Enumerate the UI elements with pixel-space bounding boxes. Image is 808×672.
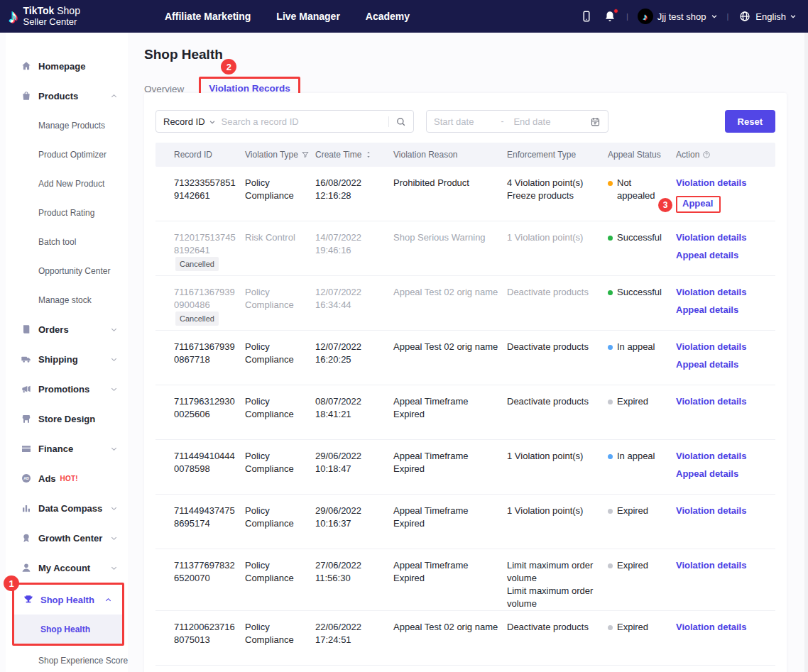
sidebar-item-promotions[interactable]: Promotions xyxy=(6,374,128,404)
filter-funnel-icon[interactable] xyxy=(301,150,310,159)
sidebar-subitem-manage-stock[interactable]: Manage stock xyxy=(6,285,128,314)
table-row: 7113776978326520070Policy Compliance27/0… xyxy=(155,549,775,611)
violation-reason: Prohibited Product xyxy=(393,177,507,189)
action-link-appeal[interactable]: Appeal xyxy=(682,197,713,210)
nav-live-manager[interactable]: Live Manager xyxy=(276,11,339,22)
table-row: 7116713679390867718Policy Compliance12/0… xyxy=(155,331,775,385)
action-link-violation-details[interactable]: Violation details xyxy=(676,341,767,353)
violation-reason: Appeal Timeframe Expired xyxy=(393,505,507,530)
divider xyxy=(388,116,389,127)
sidebar-subitem-opportunity-center[interactable]: Opportunity Center xyxy=(6,256,128,285)
scrollbar[interactable] xyxy=(804,33,808,672)
violation-reason: Appeal Test 02 orig name xyxy=(393,621,507,634)
sidebar-item-finance[interactable]: Finance xyxy=(6,434,128,463)
action-link-violation-details[interactable]: Violation details xyxy=(676,559,767,572)
sidebar-item-orders[interactable]: Orders xyxy=(6,314,128,344)
svg-text:AD: AD xyxy=(23,476,29,480)
create-time: 12/07/202216:34:44 xyxy=(315,286,393,312)
sidebar-item-store-design[interactable]: Store Design xyxy=(6,404,128,434)
growth-icon xyxy=(20,532,32,544)
enforcement-type: Deactivate products xyxy=(507,621,608,634)
sidebar-subitem-product-optimizer[interactable]: Product Optimizer xyxy=(6,140,128,169)
sidebar-item-products[interactable]: Products xyxy=(6,81,128,111)
sidebar-subitem-batch-tool[interactable]: Batch tool xyxy=(6,227,128,256)
reset-button[interactable]: Reset xyxy=(725,110,775,133)
action-cell: Violation detailsAppeal details xyxy=(676,341,775,376)
sidebar-subitem-manage-products[interactable]: Manage Products xyxy=(6,111,128,140)
create-time: 29/06/202210:18:47 xyxy=(315,450,393,475)
language-selector[interactable]: English xyxy=(738,9,797,23)
action-cell: Violation detailsAppeal details xyxy=(676,231,775,267)
action-link-appeal-details[interactable]: Appeal details xyxy=(676,249,767,262)
sidebar-item-ads[interactable]: ADAdsHOT! xyxy=(6,463,128,493)
chevron-down-icon xyxy=(110,326,118,334)
sidebar-item-growth-center[interactable]: Growth Center xyxy=(6,523,128,553)
appeal-status: Expired xyxy=(608,505,676,517)
shop-selector[interactable]: ♪ Jjj test shop xyxy=(638,9,718,24)
language-label: English xyxy=(755,11,786,22)
sidebar-item-data-compass[interactable]: Data Compass xyxy=(6,493,128,523)
action-link-violation-details[interactable]: Violation details xyxy=(676,177,767,189)
search-icon[interactable] xyxy=(395,116,406,127)
sidebar-item-my-account[interactable]: My Account xyxy=(6,553,128,583)
violation-table: Record ID Violation Type Create Time Vio… xyxy=(155,143,775,666)
chevron-down-icon xyxy=(790,11,797,22)
status-dot xyxy=(608,563,613,568)
sidebar-subitem-shop-experience-score[interactable]: Shop Experience Score xyxy=(6,646,128,672)
notification-dot xyxy=(613,9,618,13)
sidebar-subitem-shop-health[interactable]: Shop Health xyxy=(14,615,122,644)
chevron-up-icon xyxy=(110,92,118,100)
enforcement-type: 1 Violation point(s) xyxy=(507,231,608,244)
tiktok-shop-logo[interactable]: ♪ TikTok Shop Seller Center xyxy=(9,6,143,27)
sort-icon[interactable] xyxy=(364,150,373,159)
table-row: 7132335578519142661Policy Compliance16/0… xyxy=(155,167,775,221)
page-title: Shop Health xyxy=(128,33,808,62)
violation-type: Policy Compliance xyxy=(245,286,315,312)
status-dot xyxy=(608,236,613,241)
sidebar-item-shop-health[interactable]: Shop Health xyxy=(14,585,122,615)
action-link-violation-details[interactable]: Violation details xyxy=(676,505,767,517)
action-cell: Violation details xyxy=(676,505,775,522)
table-row: 7116713679390900486 CancelledPolicy Comp… xyxy=(155,276,775,331)
action-link-violation-details[interactable]: Violation details xyxy=(676,395,767,408)
nav-affiliate-marketing[interactable]: Affiliate Marketing xyxy=(165,11,251,22)
annotation-box-appeal: 3Appeal xyxy=(676,196,721,213)
action-link-violation-details[interactable]: Violation details xyxy=(676,286,767,299)
action-link-appeal-details[interactable]: Appeal details xyxy=(676,304,767,316)
action-link-appeal-details[interactable]: Appeal details xyxy=(676,358,767,371)
search-field-selector[interactable]: Record ID xyxy=(163,116,205,127)
notification-bell-icon[interactable] xyxy=(603,9,617,23)
appeal-status: In appeal xyxy=(608,450,676,463)
end-date-placeholder: End date xyxy=(513,116,550,127)
separator: | xyxy=(626,12,628,21)
col-enforcement-type: Enforcement Type xyxy=(507,150,608,160)
col-violation-type: Violation Type xyxy=(245,150,315,160)
start-date-placeholder: Start date xyxy=(434,116,474,127)
main-content: Shop Health Overview 2 Violation Records… xyxy=(128,33,808,672)
topbar-nav: Affiliate Marketing Live Manager Academy xyxy=(165,11,410,22)
chevron-down-icon xyxy=(110,505,118,512)
nav-academy[interactable]: Academy xyxy=(366,11,410,22)
help-icon[interactable] xyxy=(702,150,711,159)
enforcement-type: 4 Violation point(s)Freeze products xyxy=(507,177,608,202)
mobile-app-icon[interactable] xyxy=(579,9,594,23)
action-link-violation-details[interactable]: Violation details xyxy=(676,231,767,244)
col-create-time: Create Time xyxy=(315,150,393,160)
logo-text: TikTok Shop Seller Center xyxy=(23,6,80,27)
record-id: 7114494374758695174 xyxy=(155,505,245,530)
sidebar-item-homepage[interactable]: Homepage xyxy=(6,51,128,81)
action-link-violation-details[interactable]: Violation details xyxy=(676,621,767,634)
tab-violation-records[interactable]: Violation Records xyxy=(209,83,290,94)
action-link-violation-details[interactable]: Violation details xyxy=(676,450,767,463)
violation-reason: Appeal Timeframe Expired xyxy=(393,450,507,475)
table-row: 7114494374758695174Policy Compliance29/0… xyxy=(155,495,775,549)
sidebar-subitem-add-new-product[interactable]: Add New Product xyxy=(6,169,128,198)
date-range-picker[interactable]: Start date - End date xyxy=(426,110,608,133)
violation-reason: Appeal Test 02 orig name xyxy=(393,286,507,299)
action-link-appeal-details[interactable]: Appeal details xyxy=(676,468,767,480)
sidebar-item-shipping[interactable]: Shipping xyxy=(6,344,128,374)
col-violation-reason: Violation Reason xyxy=(393,150,507,160)
shipping-icon xyxy=(20,353,32,365)
sidebar-subitem-product-rating[interactable]: Product Rating xyxy=(6,198,128,227)
record-search-input[interactable] xyxy=(222,116,388,127)
